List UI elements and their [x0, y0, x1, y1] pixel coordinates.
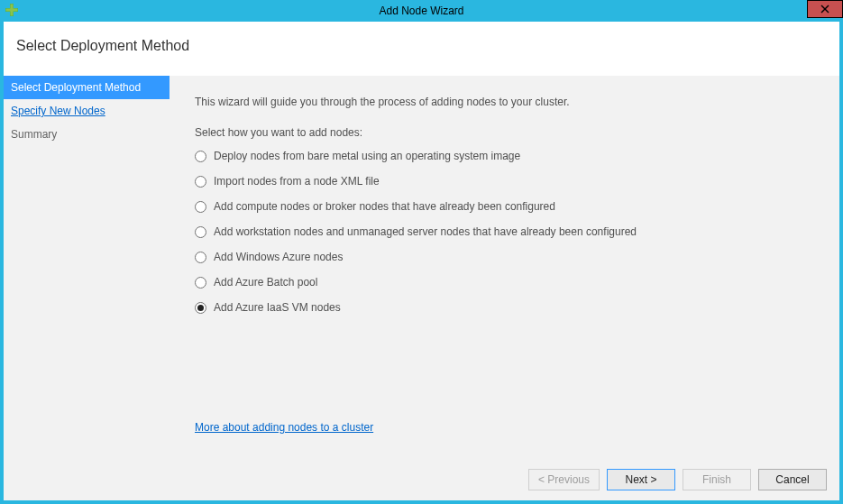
window-title: Add Node Wizard	[379, 5, 463, 17]
titlebar: Add Node Wizard	[0, 0, 843, 22]
sidebar-item-label: Select Deployment Method	[11, 81, 141, 94]
option-label: Add Azure Batch pool	[214, 276, 317, 289]
svg-rect-3	[6, 9, 18, 12]
wizard-window: Add Node Wizard Select Deployment Method…	[0, 0, 843, 504]
close-icon	[820, 5, 829, 14]
help-link-row: More about adding nodes to a cluster	[195, 367, 814, 452]
prompt-text: Select how you want to add nodes:	[195, 126, 814, 139]
radio-icon	[195, 201, 206, 213]
option-compute-broker[interactable]: Add compute nodes or broker nodes that h…	[195, 200, 814, 213]
option-bare-metal[interactable]: Deploy nodes from bare metal using an op…	[195, 150, 814, 162]
previous-button: < Previous	[528, 469, 600, 490]
sidebar-step-specify-nodes[interactable]: Specify New Nodes	[4, 99, 170, 123]
option-windows-azure[interactable]: Add Windows Azure nodes	[195, 251, 814, 263]
option-label: Deploy nodes from bare metal using an op…	[214, 150, 520, 162]
sidebar-step-summary[interactable]: Summary	[4, 123, 170, 146]
cancel-button[interactable]: Cancel	[758, 469, 827, 490]
radio-icon	[195, 151, 206, 162]
radio-icon	[195, 176, 206, 188]
sidebar-item-label: Specify New Nodes	[11, 105, 105, 117]
radio-icon	[195, 226, 206, 238]
sidebar-item-label: Summary	[11, 128, 57, 141]
wizard-sidebar: Select Deployment Method Specify New Nod…	[4, 76, 170, 459]
option-label: Add compute nodes or broker nodes that h…	[214, 200, 555, 213]
option-workstation-unmanaged[interactable]: Add workstation nodes and unmanaged serv…	[195, 225, 814, 238]
wizard-header: Select Deployment Method	[4, 22, 839, 76]
wizard-footer: < Previous Next > Finish Cancel	[4, 459, 839, 500]
app-icon	[5, 4, 18, 16]
option-label: Add workstation nodes and unmanaged serv…	[214, 225, 637, 238]
option-azure-iaas-vm[interactable]: Add Azure IaaS VM nodes	[195, 301, 814, 314]
close-button[interactable]	[807, 0, 843, 18]
option-import-xml[interactable]: Import nodes from a node XML file	[195, 175, 814, 188]
wizard-content: This wizard will guide you through the p…	[170, 76, 839, 459]
option-label: Add Windows Azure nodes	[214, 251, 343, 263]
option-label: Add Azure IaaS VM nodes	[214, 301, 341, 314]
radio-icon	[195, 302, 206, 314]
option-azure-batch[interactable]: Add Azure Batch pool	[195, 276, 814, 289]
wizard-body: Select Deployment Method Specify New Nod…	[4, 76, 839, 459]
radio-icon	[195, 277, 206, 289]
sidebar-step-select-deployment[interactable]: Select Deployment Method	[4, 76, 170, 99]
next-button[interactable]: Next >	[607, 469, 675, 490]
page-title: Select Deployment Method	[16, 38, 827, 54]
intro-text: This wizard will guide you through the p…	[195, 96, 814, 108]
radio-icon	[195, 252, 206, 263]
option-label: Import nodes from a node XML file	[214, 175, 380, 188]
help-link[interactable]: More about adding nodes to a cluster	[195, 421, 373, 434]
finish-button: Finish	[683, 469, 751, 490]
